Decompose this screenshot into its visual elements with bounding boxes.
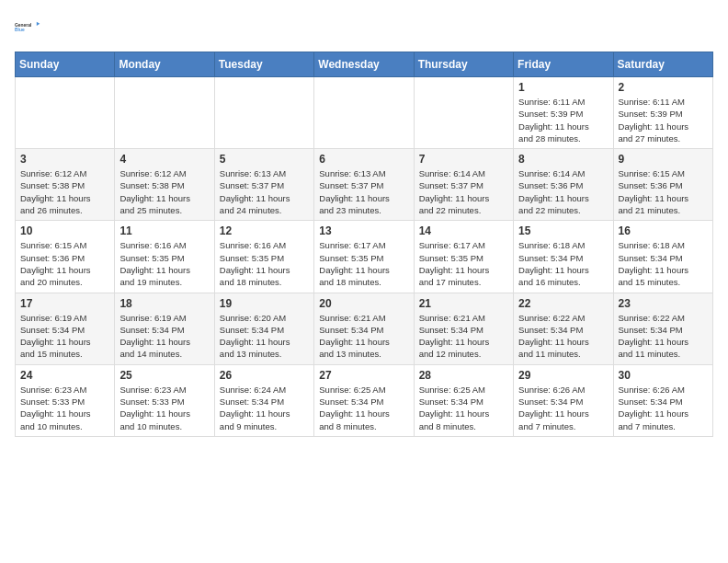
day-number: 10 xyxy=(20,224,109,237)
day-number: 4 xyxy=(119,153,209,166)
logo: GeneralBlue xyxy=(15,15,40,40)
calendar-cell: 25Sunrise: 6:23 AM Sunset: 5:33 PM Dayli… xyxy=(115,364,214,436)
day-number: 1 xyxy=(518,81,608,94)
svg-marker-1 xyxy=(37,22,40,26)
day-info: Sunrise: 6:13 AM Sunset: 5:37 PM Dayligh… xyxy=(319,167,408,216)
day-header-monday: Monday xyxy=(115,52,214,77)
calendar-cell: 19Sunrise: 6:20 AM Sunset: 5:34 PM Dayli… xyxy=(214,293,313,364)
day-info: Sunrise: 6:13 AM Sunset: 5:37 PM Dayligh… xyxy=(220,167,309,216)
svg-text:Blue: Blue xyxy=(15,28,25,32)
day-info: Sunrise: 6:18 AM Sunset: 5:34 PM Dayligh… xyxy=(518,239,608,288)
day-number: 3 xyxy=(20,153,109,166)
calendar-cell: 15Sunrise: 6:18 AM Sunset: 5:34 PM Dayli… xyxy=(514,221,613,293)
day-info: Sunrise: 6:16 AM Sunset: 5:35 PM Dayligh… xyxy=(220,239,309,288)
calendar-cell: 24Sunrise: 6:23 AM Sunset: 5:33 PM Dayli… xyxy=(16,364,115,436)
day-info: Sunrise: 6:11 AM Sunset: 5:39 PM Dayligh… xyxy=(518,96,608,144)
calendar-cell: 7Sunrise: 6:14 AM Sunset: 5:37 PM Daylig… xyxy=(414,149,513,221)
calendar-cell: 4Sunrise: 6:12 AM Sunset: 5:38 PM Daylig… xyxy=(115,149,214,221)
calendar-cell: 13Sunrise: 6:17 AM Sunset: 5:35 PM Dayli… xyxy=(314,221,414,293)
calendar-cell: 14Sunrise: 6:17 AM Sunset: 5:35 PM Dayli… xyxy=(414,221,513,293)
day-header-thursday: Thursday xyxy=(414,52,513,77)
page-header: GeneralBlue xyxy=(15,15,713,40)
day-info: Sunrise: 6:19 AM Sunset: 5:34 PM Dayligh… xyxy=(119,312,209,361)
day-info: Sunrise: 6:15 AM Sunset: 5:36 PM Dayligh… xyxy=(619,167,708,216)
calendar-header-row: SundayMondayTuesdayWednesdayThursdayFrid… xyxy=(16,52,713,77)
day-info: Sunrise: 6:21 AM Sunset: 5:34 PM Dayligh… xyxy=(319,312,408,361)
day-info: Sunrise: 6:26 AM Sunset: 5:34 PM Dayligh… xyxy=(518,384,608,432)
day-info: Sunrise: 6:14 AM Sunset: 5:37 PM Dayligh… xyxy=(419,167,508,216)
calendar-week-3: 10Sunrise: 6:15 AM Sunset: 5:36 PM Dayli… xyxy=(16,221,713,293)
calendar-cell: 29Sunrise: 6:26 AM Sunset: 5:34 PM Dayli… xyxy=(514,364,613,436)
day-header-tuesday: Tuesday xyxy=(214,52,313,77)
calendar-cell: 27Sunrise: 6:25 AM Sunset: 5:34 PM Dayli… xyxy=(314,364,414,436)
day-number: 17 xyxy=(20,297,109,310)
day-number: 24 xyxy=(20,369,109,382)
day-info: Sunrise: 6:19 AM Sunset: 5:34 PM Dayligh… xyxy=(20,312,109,361)
calendar-cell: 9Sunrise: 6:15 AM Sunset: 5:36 PM Daylig… xyxy=(613,149,712,221)
calendar-cell: 18Sunrise: 6:19 AM Sunset: 5:34 PM Dayli… xyxy=(115,293,214,364)
logo-icon: GeneralBlue xyxy=(15,15,40,40)
calendar-cell: 23Sunrise: 6:22 AM Sunset: 5:34 PM Dayli… xyxy=(613,293,712,364)
calendar-cell: 22Sunrise: 6:22 AM Sunset: 5:34 PM Dayli… xyxy=(514,293,613,364)
day-info: Sunrise: 6:12 AM Sunset: 5:38 PM Dayligh… xyxy=(119,167,209,216)
calendar-cell: 1Sunrise: 6:11 AM Sunset: 5:39 PM Daylig… xyxy=(514,77,613,149)
calendar-cell: 17Sunrise: 6:19 AM Sunset: 5:34 PM Dayli… xyxy=(16,293,115,364)
day-number: 25 xyxy=(119,369,209,382)
calendar-cell: 20Sunrise: 6:21 AM Sunset: 5:34 PM Dayli… xyxy=(314,293,414,364)
calendar-cell: 28Sunrise: 6:25 AM Sunset: 5:34 PM Dayli… xyxy=(414,364,513,436)
day-number: 29 xyxy=(518,369,608,382)
day-info: Sunrise: 6:18 AM Sunset: 5:34 PM Dayligh… xyxy=(619,239,708,288)
day-info: Sunrise: 6:26 AM Sunset: 5:34 PM Dayligh… xyxy=(619,384,708,432)
day-header-saturday: Saturday xyxy=(613,52,712,77)
day-info: Sunrise: 6:22 AM Sunset: 5:34 PM Dayligh… xyxy=(619,312,708,361)
day-number: 21 xyxy=(419,297,508,310)
calendar-cell: 11Sunrise: 6:16 AM Sunset: 5:35 PM Dayli… xyxy=(115,221,214,293)
day-header-friday: Friday xyxy=(514,52,613,77)
day-number: 16 xyxy=(619,224,708,237)
calendar-cell xyxy=(414,77,513,149)
calendar-week-4: 17Sunrise: 6:19 AM Sunset: 5:34 PM Dayli… xyxy=(16,293,713,364)
calendar-cell: 6Sunrise: 6:13 AM Sunset: 5:37 PM Daylig… xyxy=(314,149,414,221)
calendar-cell: 26Sunrise: 6:24 AM Sunset: 5:34 PM Dayli… xyxy=(214,364,313,436)
day-number: 26 xyxy=(220,369,309,382)
day-info: Sunrise: 6:23 AM Sunset: 5:33 PM Dayligh… xyxy=(119,384,209,432)
day-number: 22 xyxy=(518,297,608,310)
calendar-cell xyxy=(214,77,313,149)
day-info: Sunrise: 6:11 AM Sunset: 5:39 PM Dayligh… xyxy=(619,96,708,144)
calendar-cell xyxy=(314,77,414,149)
day-info: Sunrise: 6:21 AM Sunset: 5:34 PM Dayligh… xyxy=(419,312,508,361)
day-info: Sunrise: 6:17 AM Sunset: 5:35 PM Dayligh… xyxy=(419,239,508,288)
calendar-cell: 30Sunrise: 6:26 AM Sunset: 5:34 PM Dayli… xyxy=(613,364,712,436)
day-info: Sunrise: 6:24 AM Sunset: 5:34 PM Dayligh… xyxy=(220,384,309,432)
day-number: 28 xyxy=(419,369,508,382)
day-info: Sunrise: 6:25 AM Sunset: 5:34 PM Dayligh… xyxy=(419,384,508,432)
day-info: Sunrise: 6:22 AM Sunset: 5:34 PM Dayligh… xyxy=(518,312,608,361)
calendar-week-2: 3Sunrise: 6:12 AM Sunset: 5:38 PM Daylig… xyxy=(16,149,713,221)
day-number: 7 xyxy=(419,153,508,166)
calendar-cell: 2Sunrise: 6:11 AM Sunset: 5:39 PM Daylig… xyxy=(613,77,712,149)
calendar-cell: 8Sunrise: 6:14 AM Sunset: 5:36 PM Daylig… xyxy=(514,149,613,221)
day-number: 13 xyxy=(319,224,408,237)
calendar-table: SundayMondayTuesdayWednesdayThursdayFrid… xyxy=(15,52,713,437)
day-number: 15 xyxy=(518,224,608,237)
day-info: Sunrise: 6:15 AM Sunset: 5:36 PM Dayligh… xyxy=(20,239,109,288)
day-number: 27 xyxy=(319,369,408,382)
calendar-cell: 12Sunrise: 6:16 AM Sunset: 5:35 PM Dayli… xyxy=(214,221,313,293)
day-number: 11 xyxy=(119,224,209,237)
day-header-sunday: Sunday xyxy=(16,52,115,77)
svg-text:General: General xyxy=(15,23,32,28)
day-number: 8 xyxy=(518,153,608,166)
day-header-wednesday: Wednesday xyxy=(314,52,414,77)
day-number: 19 xyxy=(220,297,309,310)
day-info: Sunrise: 6:17 AM Sunset: 5:35 PM Dayligh… xyxy=(319,239,408,288)
calendar-cell: 10Sunrise: 6:15 AM Sunset: 5:36 PM Dayli… xyxy=(16,221,115,293)
calendar-cell xyxy=(16,77,115,149)
day-number: 18 xyxy=(119,297,209,310)
day-info: Sunrise: 6:20 AM Sunset: 5:34 PM Dayligh… xyxy=(220,312,309,361)
day-number: 20 xyxy=(319,297,408,310)
day-info: Sunrise: 6:23 AM Sunset: 5:33 PM Dayligh… xyxy=(20,384,109,432)
day-number: 2 xyxy=(619,81,708,94)
day-number: 30 xyxy=(619,369,708,382)
day-number: 6 xyxy=(319,153,408,166)
day-number: 23 xyxy=(619,297,708,310)
